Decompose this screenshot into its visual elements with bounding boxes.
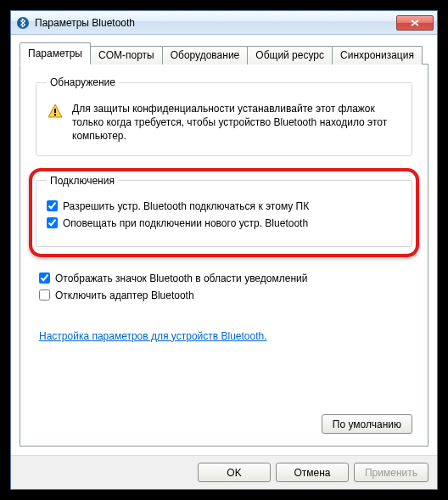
discovery-group: Обнаружение Для защиты конфиденциальност… (36, 76, 412, 156)
discovery-warning-text: Для защиты конфиденциальности устанавлив… (72, 102, 401, 143)
defaults-button[interactable]: По умолчанию (322, 414, 412, 434)
notify-connect-row[interactable]: Оповещать при подключении нового устр. B… (47, 217, 401, 229)
bluetooth-settings-window: Параметры Bluetooth Параметры COM-порты … (10, 10, 438, 490)
window-title: Параметры Bluetooth (35, 17, 396, 29)
dialog-button-bar: OK Отмена Применить (11, 455, 437, 489)
disable-adapter-row[interactable]: Отключить адаптер Bluetooth (39, 289, 412, 301)
svg-rect-1 (54, 109, 56, 113)
connections-highlight: Подключения Разрешить устр. Bluetooth по… (29, 168, 419, 257)
show-icon-row[interactable]: Отображать значок Bluetooth в области ув… (39, 272, 412, 284)
connections-legend: Подключения (47, 175, 118, 187)
disable-adapter-checkbox[interactable] (39, 289, 50, 301)
allow-connect-label: Разрешить устр. Bluetooth подключаться к… (63, 200, 309, 212)
ok-button[interactable]: OK (198, 463, 271, 482)
tab-sharing[interactable]: Общий ресурс (247, 46, 333, 65)
apply-button[interactable]: Применить (354, 463, 428, 482)
discovery-legend: Обнаружение (47, 76, 119, 88)
titlebar: Параметры Bluetooth (11, 11, 437, 35)
client-area: Параметры COM-порты Оборудование Общий р… (11, 35, 437, 455)
tab-sync[interactable]: Синхронизация (332, 46, 423, 65)
bluetooth-icon (16, 16, 30, 30)
notify-connect-label: Оповещать при подключении нового устр. B… (63, 217, 308, 229)
connections-group: Подключения Разрешить устр. Bluetooth по… (36, 175, 412, 247)
cancel-button[interactable]: Отмена (276, 463, 349, 482)
tab-strip: Параметры COM-порты Оборудование Общий р… (20, 42, 428, 64)
tab-hardware[interactable]: Оборудование (162, 46, 249, 65)
allow-connect-checkbox[interactable] (47, 200, 58, 211)
allow-connect-row[interactable]: Разрешить устр. Bluetooth подключаться к… (47, 200, 401, 212)
tab-page-parameters: Обнаружение Для защиты конфиденциальност… (20, 64, 428, 447)
disable-adapter-label: Отключить адаптер Bluetooth (55, 289, 194, 301)
show-icon-checkbox[interactable] (39, 272, 50, 284)
show-icon-label: Отображать значок Bluetooth в области ув… (55, 272, 307, 284)
misc-checks: Отображать значок Bluetooth в области ув… (39, 267, 412, 306)
svg-rect-2 (54, 114, 56, 115)
notify-connect-checkbox[interactable] (47, 217, 58, 228)
close-button[interactable] (396, 15, 434, 31)
warning-icon (47, 103, 64, 120)
tab-parameters[interactable]: Параметры (20, 42, 91, 65)
tab-com-ports[interactable]: COM-порты (90, 46, 163, 65)
bluetooth-settings-link[interactable]: Настройка параметров для устройств Bluet… (39, 330, 412, 342)
